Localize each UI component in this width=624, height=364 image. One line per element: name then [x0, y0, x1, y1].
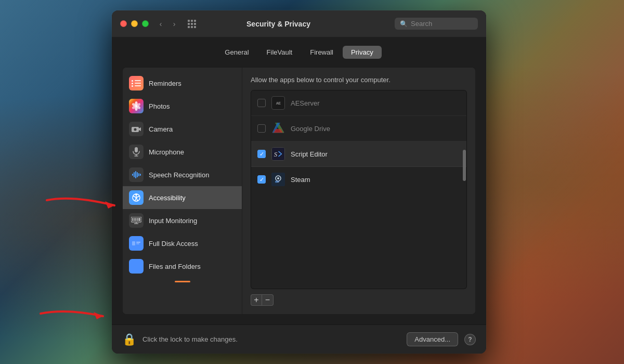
- app-list: AE AEServer: [251, 90, 467, 289]
- app-name-aeserver: AEServer: [291, 99, 320, 107]
- svg-point-7: [135, 105, 137, 107]
- sidebar-label-full-disk-access: Full Disk Access: [149, 240, 198, 248]
- accessibility-icon: [129, 190, 144, 205]
- svg-rect-31: [137, 218, 138, 221]
- photos-icon: [129, 99, 144, 113]
- sidebar-label-photos: Photos: [149, 102, 170, 110]
- app-name-script-editor: Script Editor: [291, 150, 328, 158]
- google-drive-app-icon: [271, 121, 285, 136]
- script-editor-app-icon: S: [271, 147, 285, 161]
- search-icon: 🔍: [400, 20, 408, 28]
- svg-rect-28: [132, 218, 133, 221]
- sidebar-item-photos[interactable]: Photos: [123, 95, 242, 118]
- svg-rect-19: [140, 174, 141, 176]
- speech-recognition-icon: [129, 167, 144, 182]
- panel-description: Allow the apps below to control your com…: [251, 76, 467, 84]
- remove-app-button[interactable]: −: [262, 294, 274, 306]
- sidebar-item-input-monitoring[interactable]: Input Monitoring: [123, 209, 242, 232]
- scroll-indicator: [123, 278, 242, 285]
- advanced-button[interactable]: Advanced...: [407, 332, 458, 346]
- ae-icon: AE: [271, 96, 285, 110]
- script-editor-icon: S: [271, 147, 285, 161]
- sidebar-item-microphone[interactable]: Microphone: [123, 140, 242, 163]
- scrollbar-thumb[interactable]: [463, 150, 466, 181]
- minimize-button[interactable]: [131, 20, 138, 27]
- content-area: General FileVault Firewall Privacy: [112, 37, 486, 324]
- svg-rect-17: [137, 172, 138, 177]
- svg-rect-36: [132, 241, 135, 245]
- checkbox-steam[interactable]: ✓: [257, 175, 266, 184]
- svg-rect-15: [134, 172, 135, 177]
- app-item-google-drive: Google Drive: [251, 116, 466, 141]
- sidebar-label-input-monitoring: Input Monitoring: [149, 217, 197, 225]
- sidebar-label-reminders: Reminders: [149, 80, 181, 87]
- svg-rect-37: [136, 242, 140, 243]
- tab-filevault[interactable]: FileVault: [258, 46, 301, 59]
- svg-point-47: [277, 177, 279, 179]
- lock-text: Click the lock to make changes.: [142, 335, 400, 343]
- tab-general[interactable]: General: [216, 46, 257, 59]
- reminders-icon: [129, 76, 144, 90]
- camera-icon: [129, 122, 144, 136]
- svg-rect-38: [136, 243, 139, 244]
- full-disk-access-icon: [129, 236, 144, 251]
- svg-marker-9: [139, 127, 141, 131]
- sidebar-label-files-and-folders: Files and Folders: [149, 263, 201, 270]
- lock-icon[interactable]: 🔒: [122, 333, 136, 346]
- svg-rect-11: [135, 147, 138, 152]
- microphone-icon: [129, 145, 144, 159]
- svg-line-25: [136, 198, 138, 201]
- sidebar-item-accessibility[interactable]: Accessibility: [123, 186, 242, 209]
- checkbox-aeserver[interactable]: [257, 99, 266, 107]
- svg-line-22: [133, 196, 136, 198]
- add-app-button[interactable]: +: [251, 294, 262, 306]
- tab-bar: General FileVault Firewall Privacy: [122, 46, 476, 59]
- close-button[interactable]: [120, 20, 127, 27]
- app-list-inner: AE AEServer: [251, 90, 466, 289]
- right-panel: Allow the apps below to control your com…: [242, 68, 475, 314]
- svg-rect-29: [134, 218, 135, 221]
- sidebar-item-camera[interactable]: Camera: [123, 118, 242, 140]
- sidebar-item-full-disk-access[interactable]: Full Disk Access: [123, 232, 242, 255]
- app-name-steam: Steam: [291, 176, 310, 184]
- bottom-bar: 🔒 Click the lock to make changes. Advanc…: [112, 324, 486, 354]
- files-and-folders-icon: [129, 259, 144, 274]
- sidebar-item-reminders[interactable]: Reminders: [123, 72, 242, 95]
- sidebar-item-files-and-folders[interactable]: Files and Folders: [123, 255, 242, 278]
- app-item-script-editor: ✓ S Script Editor: [251, 141, 466, 167]
- checkbox-script-editor[interactable]: ✓: [257, 150, 266, 158]
- svg-point-10: [134, 128, 137, 131]
- system-preferences-window: ‹ › Security & Privacy 🔍 Search General …: [112, 10, 486, 354]
- maximize-button[interactable]: [142, 20, 149, 27]
- steam-app-icon: [271, 172, 285, 187]
- tab-firewall[interactable]: Firewall: [302, 46, 342, 59]
- input-monitoring-icon: [129, 213, 144, 228]
- scrollbar-track: [462, 90, 466, 289]
- sidebar-label-camera: Camera: [149, 125, 173, 133]
- svg-rect-16: [135, 171, 136, 178]
- svg-text:S: S: [274, 150, 278, 158]
- help-button[interactable]: ?: [464, 334, 476, 345]
- sidebar-label-microphone: Microphone: [149, 148, 184, 156]
- svg-rect-14: [132, 174, 133, 176]
- svg-point-48: [275, 181, 277, 183]
- privacy-sidebar: Reminders: [123, 68, 242, 314]
- action-buttons: + −: [251, 294, 467, 306]
- steam-icon: [271, 173, 285, 186]
- sidebar-label-accessibility: Accessibility: [149, 194, 186, 202]
- app-item-aeserver: AE AEServer: [251, 90, 466, 116]
- main-panel: Reminders: [122, 67, 476, 315]
- sidebar-item-speech-recognition[interactable]: Speech Recognition: [123, 163, 242, 186]
- tab-privacy[interactable]: Privacy: [343, 46, 382, 59]
- svg-rect-30: [135, 218, 136, 221]
- checkbox-google-drive[interactable]: [257, 124, 266, 133]
- svg-line-23: [136, 196, 139, 198]
- window-title: Security & Privacy: [162, 20, 395, 28]
- aeserver-app-icon: AE: [271, 96, 285, 110]
- svg-rect-18: [138, 173, 139, 176]
- traffic-lights: [120, 20, 149, 27]
- search-placeholder: Search: [411, 20, 432, 28]
- app-name-google-drive: Google Drive: [291, 125, 330, 133]
- search-bar[interactable]: 🔍 Search: [395, 18, 478, 30]
- app-item-steam: ✓: [251, 167, 466, 192]
